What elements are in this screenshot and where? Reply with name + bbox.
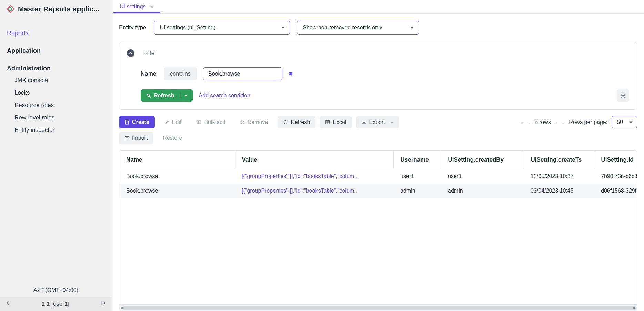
close-tab-icon[interactable]: ✕: [150, 4, 154, 9]
cell-createdby: user1: [441, 169, 524, 184]
restore-label: Restore: [163, 135, 182, 141]
timezone-status: AZT (GMT+04:00): [0, 284, 112, 297]
col-createts[interactable]: UiSetting.createTs: [524, 151, 594, 169]
scrollbar-thumb[interactable]: [123, 306, 636, 310]
nav-item-row-level-roles[interactable]: Row-level roles: [0, 111, 112, 124]
entity-type-select[interactable]: UI settings (ui_Setting): [154, 21, 290, 35]
split-separator: [180, 93, 180, 99]
pager-row-count: 2 rows: [535, 119, 551, 125]
nav-item-jmx[interactable]: JMX console: [0, 74, 112, 87]
entity-type-label: Entity type: [119, 24, 146, 31]
col-value[interactable]: Value: [235, 151, 393, 169]
svg-rect-5: [197, 121, 201, 124]
user-bar: 1 1 [user1]: [0, 297, 112, 311]
export-label: Export: [369, 119, 385, 125]
cell-username: user1: [393, 169, 441, 184]
app-title-text: Master Reports applic...: [18, 5, 100, 13]
table-row[interactable]: Book.browse [{"groupProperties":[],"id":…: [119, 169, 637, 184]
toolbar-row-2: Import Restore: [119, 132, 637, 144]
file-icon: [124, 120, 129, 125]
filter-title: Filter: [143, 50, 157, 57]
rows-per-page-value: 50: [617, 119, 623, 125]
tab-ui-settings[interactable]: UI settings ✕: [113, 0, 160, 13]
x-icon: [241, 120, 245, 124]
filter-settings-button[interactable]: [617, 89, 629, 102]
filter-refresh-button[interactable]: Refresh: [141, 89, 193, 102]
import-label: Import: [132, 135, 148, 141]
col-name[interactable]: Name: [119, 151, 235, 169]
nav-item-resource-roles[interactable]: Resource roles: [0, 99, 112, 111]
horizontal-scrollbar[interactable]: ◀ ▶: [119, 304, 637, 311]
scroll-left-icon[interactable]: ◀: [120, 305, 123, 310]
table-row[interactable]: Book.browse [{"groupProperties":[],"id":…: [119, 184, 637, 198]
cell-value[interactable]: [{"groupProperties":[],"id":"booksTable"…: [235, 169, 393, 184]
content: Entity type UI settings (ui_Setting) Sho…: [112, 14, 644, 311]
col-id[interactable]: UiSetting.id: [594, 151, 637, 169]
export-button[interactable]: Export: [356, 116, 399, 128]
excel-button[interactable]: Excel: [320, 116, 352, 128]
filter-field-name: Name: [141, 70, 156, 77]
app-title: Master Reports applic...: [0, 0, 112, 16]
refresh-button[interactable]: Refresh: [278, 116, 315, 128]
filter-operator-chip[interactable]: contains: [164, 67, 197, 80]
filter-value-input[interactable]: [203, 67, 282, 80]
cell-value[interactable]: [{"groupProperties":[],"id":"booksTable"…: [235, 184, 393, 198]
logout-icon[interactable]: [101, 300, 106, 308]
record-filter-select[interactable]: Show non-removed records only: [297, 21, 419, 35]
svg-marker-1: [8, 7, 12, 11]
refresh-icon: [283, 120, 288, 125]
filter-condition-row: Name contains ✖: [127, 67, 629, 80]
data-table: Name Value Username UiSetting.createdBy …: [119, 150, 637, 311]
col-username[interactable]: Username: [393, 151, 441, 169]
cell-name: Book.browse: [119, 184, 235, 198]
pager-next-icon[interactable]: ›: [556, 119, 557, 125]
nav-administration[interactable]: Administration: [0, 63, 112, 74]
col-createdby[interactable]: UiSetting.createdBy: [441, 151, 524, 169]
nav-reports[interactable]: Reports: [0, 28, 112, 39]
cell-id: 7b90f73a-c6c3-bc98-36ae: [594, 169, 637, 184]
edit-button[interactable]: Edit: [159, 116, 187, 128]
create-button[interactable]: Create: [119, 116, 155, 128]
current-user[interactable]: 1 1 [user1]: [10, 301, 101, 308]
pager-last-icon[interactable]: »: [562, 119, 565, 125]
create-label: Create: [132, 119, 149, 125]
chevron-down-icon: [391, 122, 393, 123]
restore-button[interactable]: Restore: [157, 132, 188, 144]
svg-point-4: [622, 95, 624, 96]
rows-per-page-select[interactable]: 50: [612, 116, 637, 128]
sidebar: Master Reports applic... Reports Applica…: [0, 0, 112, 311]
app-logo-icon: [6, 5, 14, 13]
tabs: UI settings ✕: [112, 0, 644, 14]
remove-condition-icon[interactable]: ✖: [289, 71, 293, 77]
pager-prev-icon[interactable]: ‹: [528, 119, 530, 125]
grid-icon: [197, 120, 201, 125]
remove-button[interactable]: Remove: [235, 116, 274, 128]
chevron-down-icon: [411, 27, 414, 29]
collapse-filter-icon[interactable]: [127, 49, 134, 57]
pager: « ‹ 2 rows › »: [521, 119, 565, 125]
chevron-down-icon: [281, 27, 285, 29]
collapse-sidebar-icon[interactable]: [6, 301, 10, 308]
edit-label: Edit: [172, 119, 182, 125]
pager-first-icon[interactable]: «: [521, 119, 523, 125]
scroll-right-icon[interactable]: ▶: [633, 305, 636, 310]
rows-per-page-label: Rows per page:: [569, 119, 607, 125]
cell-createts: 03/04/2023 10:45: [524, 184, 594, 198]
toolbar: Create Edit Bulk edit: [119, 116, 637, 128]
filter-refresh-label: Refresh: [154, 93, 174, 99]
entity-row: Entity type UI settings (ui_Setting) Sho…: [119, 21, 637, 35]
nav-application[interactable]: Application: [0, 45, 112, 57]
gear-icon: [620, 93, 626, 98]
chevron-down-icon: [629, 122, 633, 123]
table-header-row: Name Value Username UiSetting.createdBy …: [119, 151, 637, 169]
refresh-label: Refresh: [291, 119, 310, 125]
add-condition-button[interactable]: Add search condition: [199, 93, 250, 99]
nav-item-entity-inspector[interactable]: Entity inspector: [0, 124, 112, 136]
cell-createdby: admin: [441, 184, 524, 198]
cell-name: Book.browse: [119, 169, 235, 184]
pencil-icon: [164, 120, 169, 125]
nav-item-locks[interactable]: Locks: [0, 87, 112, 99]
import-button[interactable]: Import: [119, 132, 153, 144]
table-icon: [325, 120, 330, 125]
bulk-edit-button[interactable]: Bulk edit: [191, 116, 231, 128]
